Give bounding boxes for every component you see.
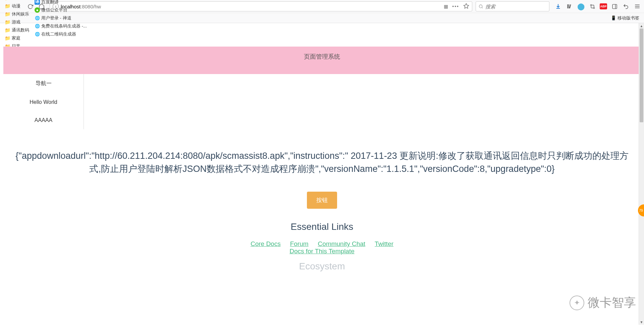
mobile-bookmarks-label: 移动版书签 xyxy=(618,15,639,21)
browser-chrome: i localhost:8080/hw ▦ ••• ⬤ xyxy=(0,0,644,23)
bookmark-site[interactable]: 🌐用户登录 - 禅道 xyxy=(33,14,89,22)
bookmark-label: 休闲娱乐 xyxy=(12,11,29,17)
scroll-up-button[interactable]: ▲ xyxy=(639,23,644,28)
nav-bar: i localhost:8080/hw ▦ ••• ⬤ xyxy=(0,0,644,13)
bookmark-label: 用户登录 - 禅道 xyxy=(41,15,71,21)
svg-rect-5 xyxy=(569,4,571,8)
crop-icon[interactable] xyxy=(588,2,596,10)
essential-link[interactable]: Forum xyxy=(290,240,309,247)
abp-icon[interactable]: ABP xyxy=(600,3,607,9)
sidebar-item[interactable]: Hello World xyxy=(3,93,84,111)
mobile-icon: 📱 xyxy=(611,15,616,20)
svg-marker-0 xyxy=(464,3,469,8)
essential-link[interactable]: Community Chat xyxy=(318,240,366,247)
json-display: {"appdownloadurl":"http://60.211.204.214… xyxy=(3,129,641,186)
essential-link[interactable]: Docs for This Template xyxy=(289,248,355,255)
essential-link[interactable]: Twitter xyxy=(375,240,393,247)
search-icon xyxy=(479,4,483,9)
folder-icon: 📁 xyxy=(5,11,10,17)
bookmark-folder[interactable]: 📁休闲娱乐 xyxy=(3,10,31,18)
svg-rect-6 xyxy=(612,4,617,9)
bookmark-folder[interactable]: 📁动漫 xyxy=(3,2,31,10)
more-icon[interactable]: ••• xyxy=(452,4,459,9)
url-bar[interactable]: i localhost:8080/hw ▦ ••• xyxy=(50,1,472,11)
bookmark-folder[interactable]: 📁编程 xyxy=(3,0,31,2)
download-icon[interactable] xyxy=(554,2,562,10)
page-title: 页面管理系统 xyxy=(304,53,340,60)
ecosystem-title: Ecosystem xyxy=(3,261,641,272)
main-area xyxy=(84,74,641,129)
search-bar[interactable] xyxy=(476,1,549,11)
star-icon[interactable] xyxy=(463,3,469,10)
sidebar-item[interactable]: AAAAA xyxy=(3,111,84,129)
bookmark-label: 编程 xyxy=(12,0,20,1)
toolbar-icons: ⬤ ABP xyxy=(551,2,641,10)
essential-links-title: Essential Links xyxy=(3,221,641,232)
svg-line-2 xyxy=(482,7,482,8)
svg-rect-3 xyxy=(567,4,568,8)
folder-icon: 📁 xyxy=(5,3,10,9)
cat-icon[interactable]: ⬤ xyxy=(577,2,585,10)
favicon: ● xyxy=(35,7,40,13)
essential-link[interactable]: Core Docs xyxy=(251,240,281,247)
bookmark-label: 百度翻译 xyxy=(41,0,59,5)
page-header: 页面管理系统 xyxy=(3,47,641,74)
action-button[interactable]: 按钮 xyxy=(307,192,337,209)
svg-rect-4 xyxy=(569,4,569,8)
favicon: 🌐 xyxy=(35,15,40,21)
bookmark-label: 动漫 xyxy=(12,3,20,9)
folder-icon: 📁 xyxy=(5,0,10,1)
menu-icon[interactable] xyxy=(633,2,641,10)
undo-icon[interactable] xyxy=(622,2,630,10)
bookmark-site[interactable]: 译百度翻译 xyxy=(33,0,89,6)
sidebar-item[interactable]: 导航一 xyxy=(3,74,84,93)
sidebar: 导航一Hello WorldAAAAA xyxy=(3,74,84,129)
mobile-bookmarks[interactable]: 📱 移动版书签 xyxy=(609,14,641,22)
library-icon[interactable] xyxy=(566,2,574,10)
scrollbar[interactable]: ▲ ▼ xyxy=(639,23,644,325)
bookmark-site[interactable]: ●微信公众平台 xyxy=(33,6,89,14)
sidebar-icon[interactable] xyxy=(610,2,619,10)
bookmarks-bar: 📁常用📁编程📁动漫📁休闲娱乐📁游戏📁通讯数码📁家庭📁日常 译百度翻译●微信公众平… xyxy=(0,13,644,23)
search-input[interactable] xyxy=(485,4,546,9)
scroll-down-button[interactable]: ▼ xyxy=(639,319,644,325)
essential-links: Core DocsForumCommunity ChatTwitterDocs … xyxy=(3,240,641,255)
favicon: 译 xyxy=(35,0,40,5)
qr-icon[interactable]: ▦ xyxy=(444,4,448,9)
page-content: 页面管理系统 导航一Hello WorldAAAAA {"appdownload… xyxy=(0,23,644,325)
svg-point-1 xyxy=(479,5,482,8)
bookmark-label: 微信公众平台 xyxy=(41,7,67,13)
scroll-thumb[interactable] xyxy=(640,28,643,122)
